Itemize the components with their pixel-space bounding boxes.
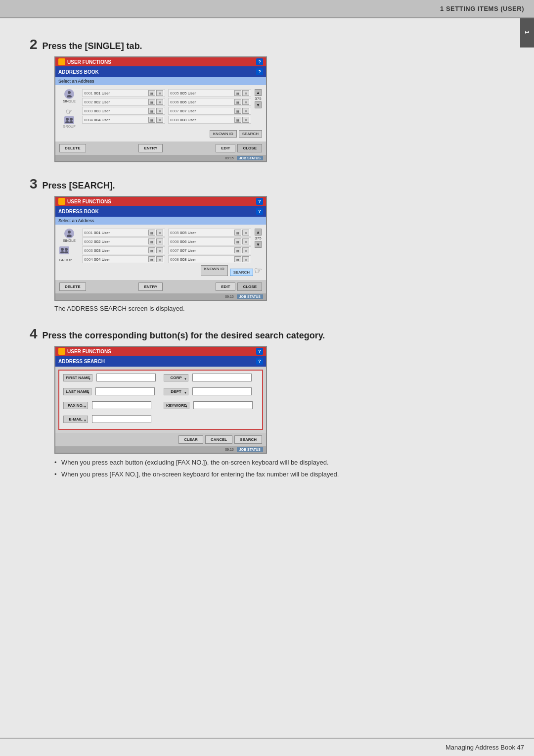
step2-titlebar-text: USER FUNCTIONS: [67, 59, 256, 65]
scroll-up-btn[interactable]: ▲: [255, 89, 262, 96]
close-btn[interactable]: CLOSE: [237, 144, 262, 152]
arrow-icon-2: ▼: [87, 391, 90, 394]
row-btn-8[interactable]: ✉: [156, 117, 163, 123]
row-btn-b5[interactable]: ▤: [234, 247, 241, 253]
step3-job-status[interactable]: JOB STATUS: [237, 294, 263, 299]
row-btn-a7[interactable]: ▤: [148, 256, 155, 262]
row-btn-a3[interactable]: ▤: [148, 238, 155, 244]
fax-no-label[interactable]: FAX NO.▼: [63, 402, 88, 409]
table-row[interactable]: 0002 002 User ▤ ✉: [82, 237, 165, 245]
row-btn-13[interactable]: ▤: [234, 108, 241, 114]
table-row[interactable]: 0005 005 User ▤ ✉: [168, 89, 251, 97]
last-name-input[interactable]: [95, 387, 155, 395]
row-btn-2[interactable]: ✉: [156, 90, 163, 96]
email-label[interactable]: E-MAIL▼: [63, 416, 88, 423]
row-btn-b2[interactable]: ✉: [242, 230, 249, 236]
row-btn-1[interactable]: ▤: [148, 90, 155, 96]
table-row[interactable]: 0002 002 User ▤ ✉: [82, 98, 165, 106]
row-btn-a2[interactable]: ✉: [156, 230, 163, 236]
row-btn-11[interactable]: ▤: [234, 99, 241, 105]
row-btn-9[interactable]: ▤: [234, 90, 241, 96]
step3-caption: The ADDRESS SEARCH screen is displayed.: [54, 305, 490, 312]
last-name-label[interactable]: LAST NAME▼: [63, 388, 91, 395]
table-row[interactable]: 0007 007 User ▤ ✉: [168, 107, 251, 115]
email-input[interactable]: [92, 415, 151, 423]
table-row[interactable]: 0006 006 User ▤ ✉: [168, 98, 251, 106]
keyword-label[interactable]: KEYWORD▼: [164, 402, 189, 409]
row-btn-16[interactable]: ✉: [242, 117, 249, 123]
table-row[interactable]: 0008 008 User ▤ ✉: [168, 255, 251, 263]
step4-search-btn[interactable]: SEARCH: [234, 435, 262, 444]
entry-btn[interactable]: ENTRY: [138, 144, 163, 152]
step3-entry-btn[interactable]: ENTRY: [138, 283, 163, 291]
edit-btn[interactable]: EDIT: [216, 144, 235, 152]
table-row[interactable]: 0001 001 User ▤ ✉: [82, 89, 165, 97]
row-btn-a5[interactable]: ▤: [148, 247, 155, 253]
row-btn-a6[interactable]: ✉: [156, 247, 163, 253]
clear-btn[interactable]: CLEAR: [178, 435, 203, 444]
step4-help-btn[interactable]: ?: [256, 348, 263, 355]
known-id-btn[interactable]: KNOWN ID: [210, 130, 237, 138]
table-row[interactable]: 0003 003 User ▤ ✉: [82, 107, 165, 115]
table-row[interactable]: 0003 003 User ▤ ✉: [82, 246, 165, 254]
dept-label[interactable]: DEPT▼: [164, 388, 188, 395]
row-btn-4[interactable]: ✉: [156, 99, 163, 105]
row-btn-a4[interactable]: ✉: [156, 238, 163, 244]
cancel-btn[interactable]: CANCEL: [205, 435, 232, 444]
step4-header-help[interactable]: ?: [256, 358, 263, 365]
step3-single-tab[interactable]: SINGLE: [59, 229, 79, 242]
row-btn-b7[interactable]: ▤: [234, 256, 241, 262]
corp-label[interactable]: CORP▼: [164, 374, 188, 381]
step2-header-help[interactable]: ?: [256, 68, 263, 75]
row-btn-b6[interactable]: ✉: [242, 247, 249, 253]
table-row[interactable]: 0001 001 User ▤ ✉: [82, 229, 165, 236]
row-btn-14[interactable]: ✉: [242, 108, 249, 114]
arrow-icon: ▼: [88, 378, 91, 380]
row-btn-6[interactable]: ✉: [156, 108, 163, 114]
dept-input[interactable]: [192, 387, 252, 395]
first-name-label[interactable]: FIRST NAME▼: [63, 374, 92, 381]
fax-no-input[interactable]: [92, 401, 151, 409]
step2-help-btn[interactable]: ?: [256, 58, 263, 65]
step3-close-btn[interactable]: CLOSE: [237, 283, 262, 291]
row-btn-a8[interactable]: ✉: [156, 256, 163, 262]
row-btn-b8[interactable]: ✉: [242, 256, 249, 262]
step3-scroll-down-btn[interactable]: ▼: [255, 241, 262, 248]
table-row[interactable]: 0004 004 User ▤ ✉: [82, 255, 165, 263]
row-btn-10[interactable]: ✉: [242, 90, 249, 96]
table-row[interactable]: 0006 006 User ▤ ✉: [168, 237, 251, 245]
row-btn-5[interactable]: ▤: [148, 108, 155, 114]
first-name-input[interactable]: [96, 374, 156, 381]
table-row[interactable]: 0005 005 User ▤ ✉: [168, 229, 251, 236]
row-btn-12[interactable]: ✉: [242, 99, 249, 105]
step4-job-status[interactable]: JOB STATUS: [237, 447, 263, 452]
step3-known-id-btn[interactable]: KNOWN ID: [201, 265, 228, 276]
row-btn-15[interactable]: ▤: [234, 117, 241, 123]
step2-scrollbar: ▲ 375 ▼: [254, 89, 262, 128]
row-btn-b3[interactable]: ▤: [234, 238, 241, 244]
step3-help-btn[interactable]: ?: [256, 198, 263, 205]
row-btn-7[interactable]: ▤: [148, 117, 155, 123]
row-btn-b1[interactable]: ▤: [234, 230, 241, 236]
step3-edit-btn[interactable]: EDIT: [216, 283, 235, 291]
corp-input[interactable]: [192, 374, 252, 381]
svg-point-11: [64, 251, 68, 253]
row-btn-b4[interactable]: ✉: [242, 238, 249, 244]
keyword-input[interactable]: [193, 401, 253, 409]
single-tab[interactable]: SINGLE: [59, 89, 79, 103]
row-btn-3[interactable]: ▤: [148, 99, 155, 105]
scroll-down-btn[interactable]: ▼: [255, 101, 262, 108]
step2-ab-area: SINGLE ☞ GROUP 0001: [59, 89, 262, 128]
delete-btn[interactable]: DELETE: [59, 144, 86, 152]
step3-delete-btn[interactable]: DELETE: [59, 283, 86, 291]
step3-scroll-up-btn[interactable]: ▲: [255, 229, 262, 236]
table-row[interactable]: 0007 007 User ▤ ✉: [168, 246, 251, 254]
table-row[interactable]: 0008 008 User ▤ ✉: [168, 116, 251, 124]
step3-search-btn[interactable]: SEARCH: [230, 269, 253, 276]
step3-header-help[interactable]: ?: [256, 208, 263, 215]
search-btn-step2[interactable]: SEARCH: [239, 130, 262, 138]
table-row[interactable]: 0004 004 User ▤ ✉: [82, 116, 165, 124]
step4-number: 4: [30, 327, 38, 341]
step2-job-status[interactable]: JOB STATUS: [237, 156, 263, 160]
row-btn-a1[interactable]: ▤: [148, 230, 155, 236]
